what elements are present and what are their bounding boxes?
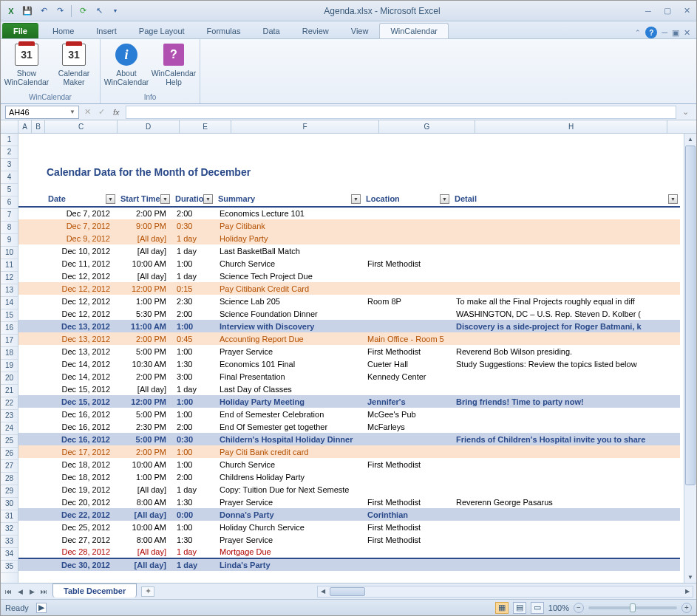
- table-header[interactable]: Detail▼: [452, 193, 680, 207]
- table-row[interactable]: Dec 15, 201212:00 PM1:00Holiday Party Me…: [18, 395, 680, 408]
- column-header[interactable]: B: [32, 120, 45, 133]
- sheet-tab-active[interactable]: Table December: [52, 584, 137, 598]
- row-header[interactable]: 6: [1, 196, 18, 209]
- row-header[interactable]: 24: [1, 422, 18, 435]
- tab-wincalendar[interactable]: WinCalendar: [379, 23, 449, 38]
- cells-area[interactable]: Calendar Data for the Month of December …: [18, 134, 696, 583]
- table-row[interactable]: Dec 30, 2012[All day]1 dayLinda's Party: [18, 558, 680, 571]
- row-header[interactable]: 35: [1, 561, 18, 573]
- row-header[interactable]: 27: [1, 460, 18, 473]
- ribbon-minimize-icon[interactable]: ⌃: [635, 29, 641, 36]
- fx-accept-icon[interactable]: ✓: [96, 107, 107, 117]
- zoom-slider-handle[interactable]: [630, 603, 636, 612]
- row-header[interactable]: 16: [1, 322, 18, 335]
- row-header[interactable]: 11: [1, 259, 18, 272]
- scroll-left-icon[interactable]: ◀: [318, 588, 328, 595]
- qat-dropdown-icon[interactable]: ▼: [108, 4, 123, 18]
- table-row[interactable]: Dec 13, 20122:00 PM0:45Accounting Report…: [18, 332, 680, 345]
- table-row[interactable]: Dec 7, 20122:00 PM2:00Economics Lecture …: [18, 207, 680, 219]
- close-button[interactable]: ✕: [680, 4, 693, 18]
- add-sheet-icon[interactable]: ✦: [141, 586, 154, 597]
- table-header[interactable]: Location▼: [363, 193, 452, 207]
- table-row[interactable]: Dec 15, 2012[All day]1 dayLast Day of Cl…: [18, 383, 680, 395]
- table-row[interactable]: Dec 22, 2012[All day]0:00Donna's PartyCo…: [18, 508, 680, 521]
- row-header[interactable]: 13: [1, 284, 18, 297]
- table-row[interactable]: Dec 12, 20125:30 PM2:00Science Foundatio…: [18, 307, 680, 320]
- tab-data[interactable]: Data: [251, 23, 290, 38]
- column-header[interactable]: H: [475, 120, 667, 133]
- row-header[interactable]: 31: [1, 510, 18, 523]
- sheet-next-icon[interactable]: ▶: [26, 586, 38, 598]
- row-header[interactable]: 3: [1, 159, 18, 171]
- wincalendar-help-button[interactable]: ? WinCalendarHelp: [151, 41, 197, 86]
- row-header[interactable]: 5: [1, 184, 18, 196]
- view-page-layout-button[interactable]: ▤: [513, 602, 526, 614]
- filter-dropdown-icon[interactable]: ▼: [106, 194, 115, 204]
- tab-insert[interactable]: Insert: [85, 23, 128, 38]
- doc-minimize-icon[interactable]: ─: [662, 28, 667, 37]
- scroll-up-icon[interactable]: ▲: [684, 134, 696, 145]
- sheet-prev-icon[interactable]: ◀: [14, 586, 26, 598]
- zoom-slider[interactable]: [588, 606, 677, 609]
- tab-home[interactable]: Home: [41, 23, 85, 38]
- scroll-down-icon[interactable]: ▼: [684, 572, 696, 583]
- row-header[interactable]: 34: [1, 548, 18, 561]
- fx-cancel-icon[interactable]: ✕: [82, 107, 93, 117]
- save-icon[interactable]: 💾: [20, 4, 35, 18]
- table-row[interactable]: Dec 12, 201212:00 PM0:15Pay Citibank Cre…: [18, 282, 680, 295]
- row-header[interactable]: 22: [1, 397, 18, 410]
- row-header[interactable]: 33: [1, 535, 18, 548]
- doc-restore-icon[interactable]: ▣: [672, 28, 679, 38]
- filter-dropdown-icon[interactable]: ▼: [160, 194, 170, 204]
- table-header[interactable]: Date▼: [45, 193, 118, 207]
- redo-icon[interactable]: ↷: [52, 4, 67, 18]
- filter-dropdown-icon[interactable]: ▼: [440, 194, 449, 204]
- view-normal-button[interactable]: ▦: [495, 602, 509, 614]
- horizontal-scrollbar[interactable]: ◀ ▶: [317, 586, 693, 598]
- column-header[interactable]: F: [231, 120, 379, 133]
- row-header[interactable]: 14: [1, 297, 18, 309]
- table-row[interactable]: Dec 27, 20128:00 AM1:30Prayer ServiceFir…: [18, 533, 680, 546]
- table-row[interactable]: Dec 12, 2012[All day]1 dayScience Tech P…: [18, 270, 680, 282]
- about-wincalendar-button[interactable]: i AboutWinCalendar: [103, 41, 149, 86]
- table-row[interactable]: Dec 7, 20129:00 PM0:30Pay Citibank: [18, 219, 680, 232]
- zoom-out-button[interactable]: −: [574, 603, 584, 613]
- tab-view[interactable]: View: [340, 23, 380, 38]
- row-header[interactable]: 20: [1, 372, 18, 385]
- row-header[interactable]: 29: [1, 485, 18, 498]
- name-box[interactable]: AH46 ▼: [5, 106, 79, 119]
- column-header[interactable]: G: [379, 120, 475, 133]
- table-row[interactable]: Dec 14, 20122:00 PM3:00Final Presentatio…: [18, 370, 680, 383]
- row-header[interactable]: 23: [1, 410, 18, 422]
- zoom-level[interactable]: 100%: [548, 603, 569, 612]
- table-row[interactable]: Dec 11, 201210:00 AM1:00Church ServiceFi…: [18, 257, 680, 270]
- table-row[interactable]: Dec 9, 2012[All day]1 dayHoliday Party: [18, 232, 680, 244]
- undo-icon[interactable]: ↶: [36, 4, 51, 18]
- table-row[interactable]: Dec 17, 20122:00 PM1:00Pay Citi Bank cre…: [18, 445, 680, 458]
- table-row[interactable]: Dec 16, 20125:00 PM1:00End of Semester C…: [18, 408, 680, 420]
- sheet-first-icon[interactable]: ⏮: [2, 586, 14, 598]
- row-header[interactable]: 19: [1, 360, 18, 372]
- table-row[interactable]: Dec 18, 201210:00 AM1:00Church ServiceFi…: [18, 458, 680, 470]
- maximize-button[interactable]: ▢: [661, 4, 674, 18]
- row-header[interactable]: 2: [1, 146, 18, 159]
- row-header[interactable]: 9: [1, 234, 18, 247]
- scroll-right-icon[interactable]: ▶: [682, 588, 693, 595]
- scrollbar-thumb[interactable]: [685, 146, 696, 485]
- select-all-button[interactable]: [1, 120, 18, 134]
- row-header[interactable]: 4: [1, 171, 18, 184]
- fx-icon[interactable]: fx: [110, 108, 123, 117]
- column-header[interactable]: C: [45, 120, 118, 133]
- formula-expand-icon[interactable]: ⌄: [679, 107, 692, 117]
- row-header[interactable]: 10: [1, 247, 18, 259]
- row-header[interactable]: 25: [1, 435, 18, 448]
- row-header[interactable]: 18: [1, 347, 18, 360]
- calendar-maker-button[interactable]: 31 CalendarMaker: [51, 41, 97, 86]
- tab-review[interactable]: Review: [291, 23, 340, 38]
- vertical-scrollbar[interactable]: ▲ ▼: [684, 134, 696, 583]
- sheet-last-icon[interactable]: ⏭: [38, 586, 50, 598]
- column-header[interactable]: E: [180, 120, 231, 133]
- row-header[interactable]: 7: [1, 209, 18, 222]
- excel-icon[interactable]: X: [4, 4, 18, 18]
- cursor-icon[interactable]: ↖: [92, 4, 106, 18]
